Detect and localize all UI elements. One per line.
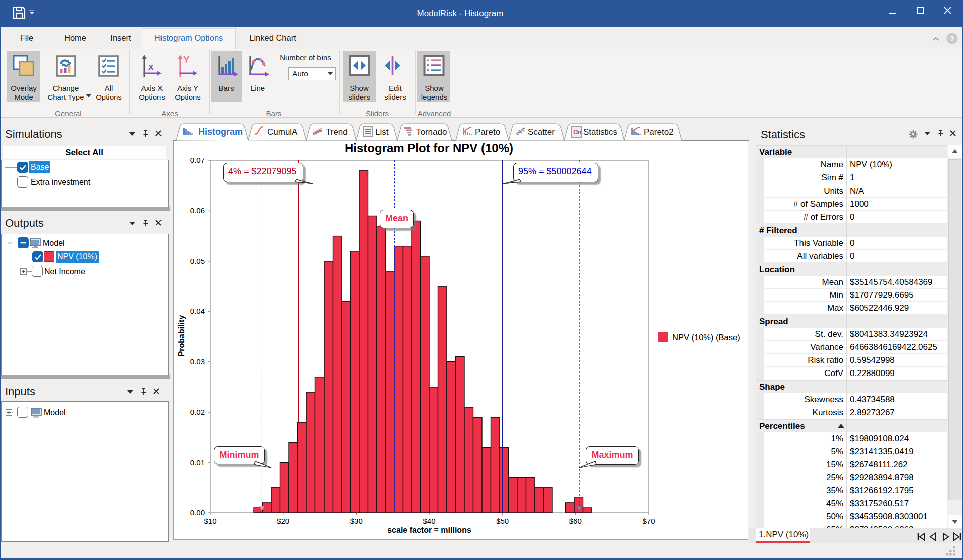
svg-text:?: ? — [950, 34, 954, 43]
svg-text:$60: $60 — [569, 517, 582, 525]
svg-text:0.02: 0.02 — [190, 408, 205, 416]
svg-text:Pareto2: Pareto2 — [644, 127, 674, 137]
svg-text:CumulA: CumulA — [267, 127, 298, 137]
svg-text:Scatter: Scatter — [528, 127, 555, 137]
svg-text:0.05: 0.05 — [190, 257, 205, 265]
svg-text:0.06: 0.06 — [190, 206, 205, 215]
svg-text:0.04: 0.04 — [190, 307, 205, 315]
svg-text:Tornado: Tornado — [416, 127, 447, 137]
svg-text:$10: $10 — [204, 517, 216, 525]
svg-text:$20: $20 — [277, 517, 289, 525]
svg-text:π: π — [577, 129, 582, 136]
svg-text:List: List — [375, 127, 389, 137]
svg-text:0.00: 0.00 — [190, 508, 205, 517]
svg-text:0.07: 0.07 — [190, 156, 205, 164]
svg-text:Pareto: Pareto — [475, 127, 500, 137]
svg-text:Trend: Trend — [326, 127, 348, 137]
svg-text:Statistics: Statistics — [583, 127, 617, 137]
svg-text:0.01: 0.01 — [190, 458, 205, 467]
svg-text:Y: Y — [183, 54, 190, 65]
svg-text:x: x — [148, 61, 154, 72]
svg-text:$50: $50 — [496, 517, 509, 525]
svg-text:$70: $70 — [642, 517, 655, 525]
svg-text:$30: $30 — [350, 517, 363, 525]
svg-text:$40: $40 — [423, 517, 435, 525]
svg-text:0.03: 0.03 — [190, 357, 205, 366]
svg-text:Histogram: Histogram — [198, 127, 243, 137]
svg-text:NPV (10%) (Base): NPV (10%) (Base) — [672, 333, 740, 342]
